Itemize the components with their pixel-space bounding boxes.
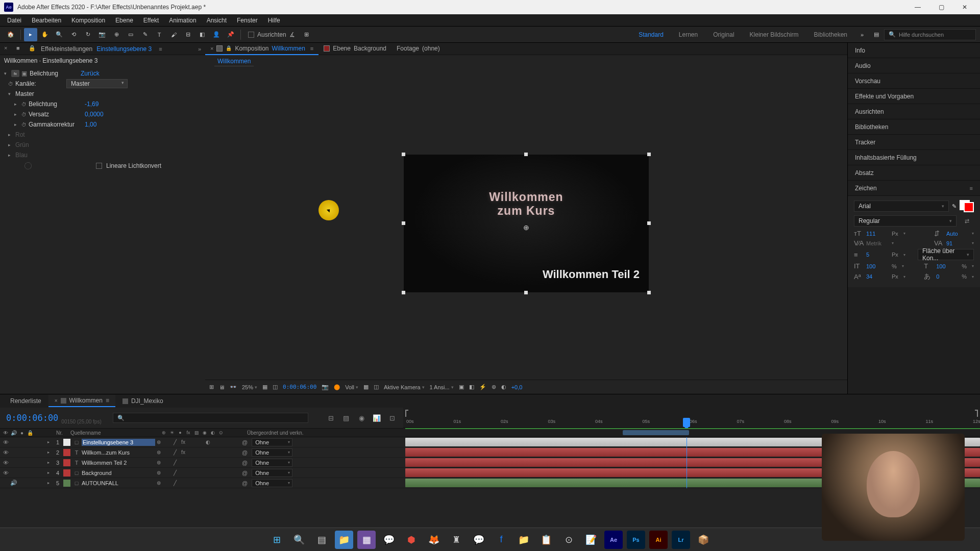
facebook-button[interactable]: f [492, 531, 510, 549]
speaker-icon[interactable] [10, 439, 17, 445]
search-button[interactable]: 🔍 [290, 531, 308, 549]
switch-icon[interactable] [204, 470, 211, 475]
exposure-value[interactable]: -1,69 [85, 101, 99, 108]
effects-tab-link[interactable]: Einstellungsebene 3 [96, 45, 152, 53]
pixel-icon[interactable]: ◧ [469, 384, 474, 390]
app-button[interactable]: ⬢ [402, 531, 421, 549]
messenger-button[interactable]: 💬 [470, 531, 488, 549]
vscale-value[interactable]: 100 [866, 263, 889, 269]
stroke-color-swatch[interactable] [964, 202, 974, 212]
app-button[interactable]: 📦 [694, 531, 713, 549]
switch-icon[interactable]: ◐ [204, 439, 211, 445]
layer-row[interactable]: 👁▸4□Background⊛╱@Ohne [0, 468, 403, 478]
parent-dropdown[interactable]: Ohne [252, 438, 292, 446]
col-parent[interactable]: Übergeordnet und verkn. [237, 430, 403, 436]
comp-breadcrumb[interactable]: Willkommen [214, 57, 254, 66]
pen-tool[interactable]: ✎ [138, 28, 152, 41]
close-button[interactable]: ✕ [953, 0, 976, 14]
explorer-button[interactable]: 📁 [335, 531, 353, 549]
zoom-dropdown[interactable]: 25% [242, 384, 257, 390]
panel-menu-icon[interactable]: ≡ [970, 185, 973, 191]
resolution-dropdown[interactable]: Voll [345, 384, 358, 390]
fast-icon[interactable]: ⚡ [479, 384, 486, 390]
snap-options[interactable]: ⊞ [300, 28, 313, 41]
layer-color-chip[interactable] [63, 480, 70, 487]
orbit-tool[interactable]: ⟲ [67, 28, 80, 41]
pickwhip-icon[interactable]: @ [242, 460, 248, 466]
switch-icon[interactable]: ⊛ [155, 449, 162, 455]
switch-icon[interactable] [180, 460, 187, 465]
fill-over-dropdown[interactable]: Fläche über Kon...▾ [918, 249, 974, 260]
solo-col-icon[interactable]: ● [18, 430, 26, 436]
expand-icon[interactable]: ▸ [45, 470, 52, 475]
collapse-icon[interactable]: ▾ [8, 91, 15, 96]
stopwatch-icon[interactable]: ⏱ [21, 122, 29, 128]
switch-icon[interactable]: ◉ [201, 430, 208, 435]
handle-icon[interactable] [647, 221, 651, 225]
roto-tool[interactable]: 👤 [210, 28, 223, 41]
speaker-icon[interactable] [10, 470, 17, 476]
pickwhip-icon[interactable]: @ [242, 470, 248, 476]
expand-icon[interactable]: ▸ [14, 122, 21, 127]
monitor-icon[interactable]: 🖥 [219, 384, 225, 390]
switch-icon[interactable]: ╱ [172, 480, 179, 486]
frame-blend-icon[interactable]: ▨ [341, 413, 351, 423]
transparency-icon[interactable]: ▩ [363, 384, 369, 390]
panel-ausrichten[interactable]: Ausrichten [848, 104, 980, 119]
effect-reset[interactable]: Zurück [81, 70, 100, 77]
speaker-icon[interactable] [10, 460, 17, 466]
switch-icon[interactable] [204, 460, 211, 465]
app-button[interactable]: ♜ [447, 531, 465, 549]
menu-animation[interactable]: Animation [164, 15, 201, 26]
viewer[interactable]: Willkommenzum Kurs ⊕ Willkommen Teil 2 [205, 67, 847, 380]
timeline-search[interactable]: 🔍 [113, 413, 308, 423]
workspace-lernen[interactable]: Lernen [672, 31, 705, 38]
panel-tracker[interactable]: Tracker [848, 135, 980, 150]
expand-icon[interactable]: ▸ [45, 460, 52, 465]
tab-menu-icon[interactable]: ≡ [106, 397, 109, 404]
puppet-tool[interactable]: 📌 [224, 28, 237, 41]
clone-tool[interactable]: ⊟ [181, 28, 194, 41]
panel-audio[interactable]: Audio [848, 58, 980, 73]
camera-dropdown[interactable]: Aktive Kamera [384, 384, 425, 390]
stopwatch-icon[interactable]: ⏱ [8, 81, 15, 87]
menu-fenster[interactable]: Fenster [232, 15, 263, 26]
handle-icon[interactable] [524, 153, 528, 156]
home-button[interactable]: 🏠 [4, 28, 17, 41]
workspace-bibliotheken[interactable]: Bibliotheken [807, 31, 854, 38]
viewer-timecode[interactable]: 0:00:06:00 [283, 384, 316, 390]
stopwatch-icon[interactable]: ⏱ [21, 112, 29, 117]
app-button[interactable]: 📝 [582, 531, 600, 549]
parent-dropdown[interactable]: Ohne [252, 479, 292, 487]
switch-icon[interactable]: ╱ [172, 460, 179, 465]
speaker-icon[interactable] [10, 449, 17, 456]
gamma-value[interactable]: 1,00 [85, 121, 96, 128]
swap-colors-icon[interactable]: ⇄ [960, 218, 974, 224]
app-button[interactable]: ▦ [357, 531, 376, 549]
switch-icon[interactable] [180, 470, 187, 475]
speaker-col-icon[interactable]: 🔊 [10, 430, 17, 436]
close-icon[interactable]: × [210, 45, 213, 52]
switch-icon[interactable]: ⊙ [217, 430, 225, 435]
workspace-kleiner[interactable]: Kleiner Bildschirm [743, 31, 806, 38]
parent-dropdown[interactable]: Ohne [252, 469, 292, 477]
layer-row[interactable]: 👁▸2TWillkom...zum Kurs⊛╱fx@Ohne [0, 447, 403, 458]
adjust-icon[interactable]: ⊛ [492, 384, 496, 390]
whatsapp-button[interactable]: 💬 [380, 531, 398, 549]
switch-icon[interactable]: ╱ [172, 470, 179, 475]
fx-badge-icon[interactable]: fx [11, 70, 19, 77]
minimize-button[interactable]: — [906, 0, 929, 14]
handle-icon[interactable] [647, 291, 651, 294]
layer-color-chip[interactable] [63, 439, 70, 446]
shape-tool[interactable]: ▭ [124, 28, 137, 41]
expand-icon[interactable]: ▸ [14, 102, 21, 107]
eye-icon[interactable]: 👁 [2, 449, 9, 456]
shy-icon[interactable]: ⊟ [326, 413, 336, 423]
collapse-icon[interactable]: ▾ [4, 71, 11, 76]
3d-icon[interactable]: ▣ [459, 384, 464, 390]
switch-icon[interactable]: ● [177, 430, 184, 435]
leading-value[interactable]: Auto [946, 231, 969, 237]
speaker-icon[interactable]: 🔊 [10, 480, 17, 486]
effect-toggle-icon[interactable]: ▣ [21, 70, 30, 77]
eye-icon[interactable] [2, 480, 9, 486]
